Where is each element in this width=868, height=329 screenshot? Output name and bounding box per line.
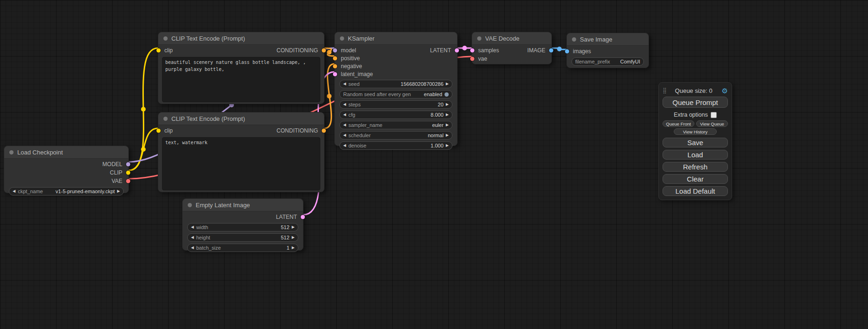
node-canvas[interactable]: Load Checkpoint MODEL CLIP VAE ◀ ckpt_na… (0, 0, 868, 329)
link-midpoint-dot (327, 50, 332, 55)
collapse-dot[interactable] (477, 36, 481, 41)
collapse-dot[interactable] (9, 150, 14, 154)
increment-arrow-icon[interactable]: ▶ (446, 113, 449, 117)
collapse-dot[interactable] (163, 36, 168, 41)
increment-arrow-icon[interactable]: ▶ (117, 189, 120, 193)
widget-value: 156680208700286 (401, 81, 444, 87)
node-titlebar[interactable]: CLIP Text Encode (Prompt) (158, 32, 324, 45)
widget-label: scheduler (348, 133, 371, 138)
extra-options-checkbox[interactable] (711, 112, 717, 118)
input-port-latent-image[interactable] (333, 72, 337, 76)
load-button[interactable]: Load (663, 150, 728, 160)
input-port-negative[interactable] (333, 64, 337, 68)
drag-handle-icon[interactable]: ⣿ (663, 87, 666, 94)
link-midpoint-dot (141, 147, 146, 152)
link-midpoint-dot (557, 47, 562, 51)
output-port-clip[interactable] (126, 171, 130, 175)
view-history-button[interactable]: View History (674, 128, 717, 135)
toggle-dot[interactable] (445, 92, 449, 97)
widget-width[interactable]: ◀ width 512 ▶ (187, 223, 298, 231)
queue-prompt-button[interactable]: Queue Prompt (663, 97, 728, 108)
settings-gear-icon[interactable]: ⚙ (722, 87, 728, 94)
decrement-arrow-icon[interactable]: ◀ (343, 113, 346, 117)
output-port-image[interactable] (549, 49, 553, 53)
input-port-clip[interactable] (156, 129, 161, 133)
output-port-latent[interactable] (455, 48, 459, 52)
queue-front-button[interactable]: Queue Front (663, 120, 694, 127)
collapse-dot[interactable] (188, 203, 192, 207)
node-titlebar[interactable]: Load Checkpoint (4, 146, 128, 159)
widget-steps[interactable]: ◀ steps 20 ▶ (339, 100, 452, 109)
positive-prompt-input[interactable]: beautiful scenery nature glass bottle la… (162, 57, 320, 102)
node-empty-latent-image[interactable]: Empty Latent Image LATENT ◀ width 512 ▶ … (182, 198, 303, 251)
collapse-dot[interactable] (163, 117, 168, 121)
increment-arrow-icon[interactable]: ▶ (446, 103, 449, 106)
clear-button[interactable]: Clear (663, 174, 728, 184)
view-queue-button[interactable]: View Queue (696, 120, 728, 127)
widget-random-seed-toggle[interactable]: Random seed after every gen enabled (339, 90, 452, 98)
node-titlebar[interactable]: KSampler (335, 32, 457, 45)
widget-value: v1-5-pruned-emaonly.ckpt (56, 189, 115, 194)
increment-arrow-icon[interactable]: ▶ (292, 246, 295, 250)
decrement-arrow-icon[interactable]: ◀ (191, 246, 194, 250)
collapse-dot[interactable] (340, 36, 344, 41)
node-ksampler[interactable]: KSampler model LATENT positive negative … (334, 32, 458, 146)
input-port-model[interactable] (333, 48, 337, 52)
widget-cfg[interactable]: ◀ cfg 8.000 ▶ (339, 111, 452, 119)
node-vae-decode[interactable]: VAE Decode samples IMAGE vae (472, 32, 552, 64)
node-titlebar[interactable]: Save Image (567, 33, 649, 46)
decrement-arrow-icon[interactable]: ◀ (13, 189, 15, 193)
increment-arrow-icon[interactable]: ▶ (292, 236, 295, 239)
output-port-latent[interactable] (301, 215, 305, 219)
input-port-clip[interactable] (156, 49, 161, 53)
node-clip-text-encode-negative[interactable]: CLIP Text Encode (Prompt) clip CONDITION… (158, 112, 325, 192)
input-port-vae[interactable] (470, 57, 474, 61)
node-titlebar[interactable]: CLIP Text Encode (Prompt) (158, 112, 324, 125)
widget-sampler-name[interactable]: ◀ sampler_name euler ▶ (339, 121, 452, 129)
output-port-vae[interactable] (126, 179, 130, 183)
widget-label: height (196, 235, 210, 240)
output-port-conditioning[interactable] (322, 129, 326, 133)
collapse-dot[interactable] (572, 37, 576, 42)
output-port-conditioning[interactable] (322, 49, 326, 53)
widget-label: filename_prefix (575, 59, 610, 64)
widget-scheduler[interactable]: ◀ scheduler normal ▶ (339, 131, 452, 140)
node-titlebar[interactable]: VAE Decode (472, 32, 551, 45)
widget-label: ckpt_name (18, 189, 43, 194)
save-button[interactable]: Save (663, 138, 728, 147)
widget-denoise[interactable]: ◀ denoise 1.000 ▶ (339, 141, 452, 150)
increment-arrow-icon[interactable]: ▶ (446, 144, 449, 147)
node-titlebar[interactable]: Empty Latent Image (183, 199, 303, 211)
decrement-arrow-icon[interactable]: ◀ (191, 225, 194, 229)
widget-height[interactable]: ◀ height 512 ▶ (187, 233, 298, 242)
decrement-arrow-icon[interactable]: ◀ (343, 123, 346, 127)
widget-ckpt-name[interactable]: ◀ ckpt_name v1-5-pruned-emaonly.ckpt ▶ (9, 187, 124, 196)
increment-arrow-icon[interactable]: ▶ (446, 133, 449, 137)
increment-arrow-icon[interactable]: ▶ (292, 225, 295, 229)
output-port-model[interactable] (126, 162, 130, 167)
decrement-arrow-icon[interactable]: ◀ (343, 103, 346, 106)
widget-filename-prefix[interactable]: filename_prefix ComfyUI (572, 57, 644, 66)
decrement-arrow-icon[interactable]: ◀ (343, 144, 346, 147)
link-clip-to-negative-encoder (129, 128, 158, 170)
load-default-button[interactable]: Load Default (663, 186, 728, 196)
widget-label: width (196, 224, 208, 230)
widget-value: 1 (287, 245, 289, 251)
node-save-image[interactable]: Save Image images filename_prefix ComfyU… (566, 33, 649, 68)
decrement-arrow-icon[interactable]: ◀ (343, 133, 346, 137)
negative-prompt-input[interactable]: text, watermark (162, 137, 320, 190)
node-title: Save Image (580, 36, 612, 43)
node-load-checkpoint[interactable]: Load Checkpoint MODEL CLIP VAE ◀ ckpt_na… (4, 146, 129, 193)
widget-seed[interactable]: ◀ seed 156680208700286 ▶ (339, 80, 452, 88)
increment-arrow-icon[interactable]: ▶ (446, 82, 449, 86)
input-port-positive[interactable] (333, 56, 337, 60)
input-label-model: model (341, 47, 356, 54)
node-clip-text-encode-positive[interactable]: CLIP Text Encode (Prompt) clip CONDITION… (158, 32, 325, 104)
decrement-arrow-icon[interactable]: ◀ (343, 82, 346, 86)
input-port-images[interactable] (565, 49, 569, 54)
input-port-samples[interactable] (470, 49, 474, 53)
increment-arrow-icon[interactable]: ▶ (446, 123, 449, 127)
widget-batch-size[interactable]: ◀ batch_size 1 ▶ (187, 244, 298, 252)
decrement-arrow-icon[interactable]: ◀ (191, 236, 194, 239)
refresh-button[interactable]: Refresh (663, 162, 728, 172)
